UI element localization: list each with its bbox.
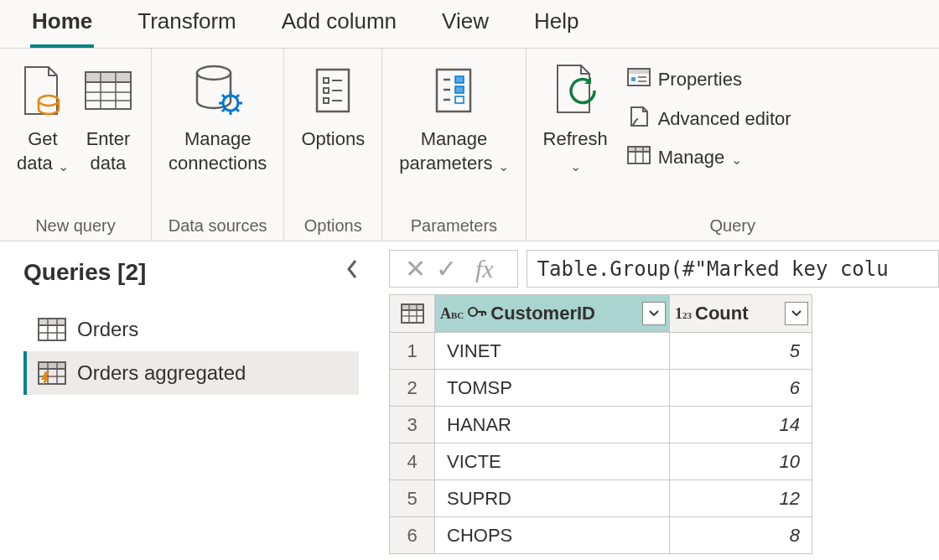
enter-data-icon	[82, 60, 134, 121]
table-row[interactable]: 2TOMSP6	[390, 370, 812, 407]
collapse-queries-button[interactable]	[345, 258, 359, 286]
table-lightning-icon	[37, 360, 67, 386]
grid-corner-button[interactable]	[390, 295, 435, 333]
ribbon-group-label: Parameters	[392, 211, 515, 239]
chevron-down-icon: ⌄	[731, 152, 742, 168]
svg-line-17	[236, 95, 239, 97]
row-number[interactable]: 3	[390, 407, 435, 443]
manage-label: Manage	[658, 147, 725, 169]
manage-parameters-label: Manage parameters	[399, 128, 492, 174]
row-number[interactable]: 4	[390, 443, 435, 480]
text-type-icon: ABC	[440, 305, 464, 323]
svg-rect-49	[39, 362, 65, 369]
formula-input[interactable]: Table.Group(#"Marked key colu	[527, 250, 939, 288]
properties-label: Properties	[658, 69, 742, 91]
svg-rect-33	[628, 69, 650, 74]
cell-count[interactable]: 6	[670, 370, 812, 407]
formula-bar: ✕ ✓ fx Table.Group(#"Marked key colu	[376, 241, 939, 294]
table-row[interactable]: 5SUPRD12	[390, 480, 812, 517]
cell-customerid[interactable]: TOMSP	[435, 370, 670, 407]
queries-panel: Queries [2] Orders	[0, 241, 376, 560]
ribbon-group-parameters: Manage parameters ⌄ Parameters	[382, 49, 526, 241]
properties-button[interactable]: Properties	[626, 64, 791, 96]
table-row[interactable]: 4VICTE10	[390, 443, 812, 480]
svg-rect-19	[324, 78, 329, 83]
column-header-count[interactable]: 123 Count	[670, 295, 812, 333]
enter-data-label: Enter data	[86, 127, 131, 175]
cell-customerid[interactable]: CHOPS	[435, 517, 670, 554]
svg-line-15	[236, 109, 239, 111]
table-icon	[400, 303, 425, 324]
tab-help[interactable]: Help	[532, 3, 580, 48]
tab-view[interactable]: View	[440, 3, 490, 48]
svg-point-8	[197, 66, 231, 80]
ribbon-group-label: Options	[294, 211, 371, 239]
row-number[interactable]: 1	[390, 333, 435, 370]
svg-rect-2	[86, 72, 131, 82]
cell-customerid[interactable]: SUPRD	[435, 480, 670, 517]
manage-parameters-icon	[430, 60, 477, 121]
advanced-editor-icon	[626, 104, 651, 134]
accept-formula-button[interactable]: ✓	[436, 254, 457, 283]
advanced-editor-label: Advanced editor	[658, 108, 791, 130]
column-header-customerid[interactable]: ABC CustomerID	[435, 295, 670, 333]
svg-line-16	[222, 109, 225, 111]
ribbon-group-options: Options Options	[284, 49, 382, 241]
cell-count[interactable]: 8	[670, 517, 812, 554]
table-icon	[37, 316, 67, 343]
table-row[interactable]: 3HANAR14	[390, 407, 812, 443]
table-row[interactable]: 1VINET5	[390, 333, 812, 370]
cell-customerid[interactable]: HANAR	[435, 407, 670, 443]
svg-point-60	[469, 308, 477, 316]
refresh-icon	[546, 60, 604, 121]
manage-button[interactable]: Manage ⌄	[626, 143, 791, 173]
get-data-button[interactable]: Get data ⌄	[10, 60, 75, 175]
queries-title: Queries [2]	[23, 259, 146, 286]
ribbon-group-data-sources: Manage connections Data sources	[152, 49, 284, 241]
row-number[interactable]: 5	[390, 480, 435, 517]
ribbon-group-label: Query	[537, 211, 929, 239]
svg-point-0	[39, 96, 59, 106]
ribbon-tabs: Home Transform Add column View Help	[0, 0, 939, 49]
cell-count[interactable]: 5	[670, 333, 812, 370]
chevron-down-icon: ⌄	[570, 159, 581, 174]
options-icon	[312, 60, 354, 121]
ribbon-group-label: Data sources	[162, 211, 273, 239]
manage-connections-button[interactable]: Manage connections	[162, 60, 273, 175]
query-item-orders[interactable]: Orders	[23, 308, 359, 351]
enter-data-button[interactable]: Enter data	[75, 60, 141, 175]
cell-customerid[interactable]: VINET	[435, 333, 670, 370]
row-number[interactable]: 6	[390, 517, 435, 554]
ribbon-group-label: New query	[10, 211, 141, 239]
advanced-editor-button[interactable]: Advanced editor	[626, 102, 791, 136]
query-item-label: Orders aggregated	[77, 361, 246, 385]
cell-customerid[interactable]: VICTE	[435, 443, 670, 480]
svg-rect-25	[437, 70, 470, 111]
svg-line-14	[222, 95, 225, 97]
svg-rect-29	[455, 76, 464, 83]
tab-add-column[interactable]: Add column	[280, 3, 398, 48]
refresh-button[interactable]: Refresh⌄	[537, 60, 615, 175]
cell-count[interactable]: 10	[670, 443, 812, 480]
column-name: Count	[695, 303, 781, 324]
main-area: ✕ ✓ fx Table.Group(#"Marked key colu	[376, 241, 939, 560]
svg-rect-43	[39, 319, 65, 325]
options-label: Options	[301, 127, 365, 152]
cell-count[interactable]: 12	[670, 480, 812, 517]
svg-rect-31	[455, 96, 464, 103]
table-row[interactable]: 6CHOPS8	[390, 517, 812, 554]
tab-transform[interactable]: Transform	[136, 3, 238, 48]
cell-count[interactable]: 14	[670, 407, 812, 443]
svg-rect-55	[402, 304, 423, 310]
number-type-icon: 123	[675, 305, 692, 323]
column-filter-button[interactable]	[785, 302, 808, 325]
query-item-orders-aggregated[interactable]: Orders aggregated	[23, 351, 359, 395]
options-button[interactable]: Options	[294, 60, 371, 152]
cancel-formula-button[interactable]: ✕	[405, 254, 426, 283]
column-filter-button[interactable]	[642, 302, 666, 325]
row-number[interactable]: 2	[390, 370, 435, 407]
manage-parameters-button[interactable]: Manage parameters ⌄	[392, 60, 515, 175]
tab-home[interactable]: Home	[30, 3, 94, 48]
key-icon	[467, 303, 487, 324]
fx-button[interactable]: fx	[467, 255, 502, 283]
